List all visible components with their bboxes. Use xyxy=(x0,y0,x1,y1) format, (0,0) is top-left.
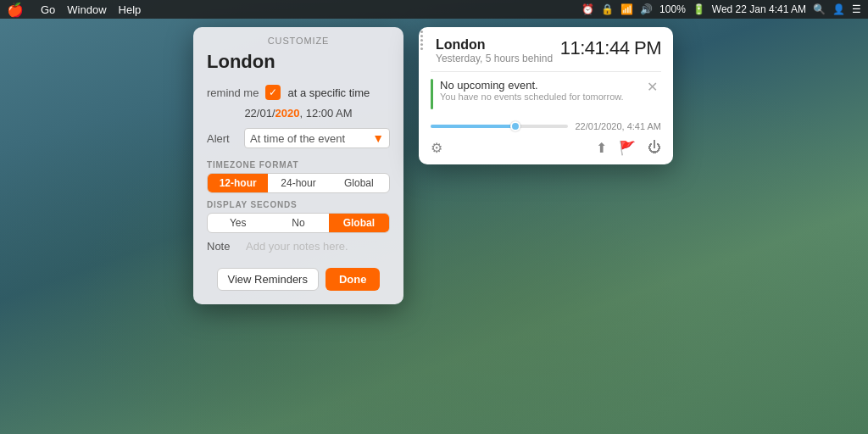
search-icon[interactable]: 🔍 xyxy=(813,3,826,15)
event-text: No upcoming event. You have no events sc… xyxy=(440,79,624,102)
battery-pct: 100% xyxy=(659,3,686,15)
timezone-section-label: TIMEZONE FORMAT xyxy=(193,153,403,173)
user-icon[interactable]: 👤 xyxy=(832,3,845,15)
clock-subtitle: Yesterday, 5 hours behind xyxy=(436,53,553,64)
settings-icon[interactable]: ⚙ xyxy=(431,140,442,156)
menubar-left: 🍎 Go Window Help xyxy=(7,2,141,18)
battery-icon: 🔋 xyxy=(693,3,705,15)
menubar: 🍎 Go Window Help ⏰ 🔒 📶 🔊 100% 🔋 Wed 22 J… xyxy=(0,0,868,19)
menu-window[interactable]: Window xyxy=(67,3,106,16)
clock-footer: ⚙ ⬆ 🚩 ⏻ xyxy=(419,135,673,164)
date-text: 22/01/ xyxy=(244,107,275,120)
timezone-24hour-btn[interactable]: 24-hour xyxy=(268,174,328,192)
customize-panel: CUSTOMIZE London remind me ✓ at a specif… xyxy=(193,27,403,304)
clock-top-row: London Yesterday, 5 hours behind 11:41:4… xyxy=(419,27,673,71)
display-seconds-toggle-group: Yes No Global xyxy=(207,213,390,233)
event-bar xyxy=(431,79,433,109)
drag-dot xyxy=(420,31,423,33)
progress-dot xyxy=(510,121,520,131)
view-reminders-button[interactable]: View Reminders xyxy=(217,268,319,291)
menu-help[interactable]: Help xyxy=(119,3,142,16)
clock-icon[interactable]: ⏰ xyxy=(581,3,594,15)
alert-row: Alert At time of the event ▼ xyxy=(193,123,403,153)
note-row: Note Add your notes here. xyxy=(193,233,403,259)
note-input[interactable]: Add your notes here. xyxy=(246,240,348,253)
alert-arrow-icon: ▼ xyxy=(372,131,384,145)
timezone-toggle-group: 12-hour 24-hour Global xyxy=(207,173,390,193)
alert-value: At time of the event xyxy=(250,132,345,145)
volume-icon[interactable]: 🔊 xyxy=(640,3,653,15)
done-button[interactable]: Done xyxy=(326,268,381,291)
event-section: No upcoming event. You have no events sc… xyxy=(419,72,673,116)
clock-city-info: London Yesterday, 5 hours behind xyxy=(436,37,553,64)
menu-go[interactable]: Go xyxy=(41,3,55,16)
drag-dot xyxy=(420,39,423,42)
timezone-global-btn[interactable]: Global xyxy=(329,174,389,192)
progress-section: 22/01/2020, 4:41 AM xyxy=(419,116,673,135)
datetime-display: Wed 22 Jan 4:41 AM xyxy=(712,3,806,15)
menubar-right: ⏰ 🔒 📶 🔊 100% 🔋 Wed 22 Jan 4:41 AM 🔍 👤 ☰ xyxy=(581,3,861,15)
alert-select[interactable]: At time of the event ▼ xyxy=(244,128,390,148)
remind-label: remind me xyxy=(207,86,259,99)
footer-icons-right: ⬆ 🚩 ⏻ xyxy=(596,140,661,156)
clock-header: London Yesterday, 5 hours behind 11:41:4… xyxy=(424,27,673,71)
lock-icon[interactable]: 🔒 xyxy=(601,3,614,15)
date-time-value: 12:00 AM xyxy=(306,107,353,120)
date-time: , xyxy=(299,107,305,120)
menu-icon[interactable]: ☰ xyxy=(852,3,861,15)
display-global-btn[interactable]: Global xyxy=(329,214,389,232)
customize-title: CUSTOMIZE xyxy=(193,27,403,51)
customize-city: London xyxy=(193,51,403,81)
event-desc: You have no events scheduled for tomorro… xyxy=(440,92,624,102)
date-row: 22/01/2020, 12:00 AM xyxy=(193,103,403,123)
drag-dot xyxy=(420,47,423,50)
panel-actions: View Reminders Done xyxy=(193,259,403,291)
drag-dot xyxy=(420,35,423,37)
display-seconds-label: DISPLAY SECONDS xyxy=(193,193,403,213)
share-icon[interactable]: ⬆ xyxy=(596,140,607,156)
timezone-12hour-btn[interactable]: 12-hour xyxy=(208,174,268,192)
event-close-button[interactable]: ✕ xyxy=(643,79,661,95)
clock-city-name: London xyxy=(436,37,553,53)
progress-date: 22/01/2020, 4:41 AM xyxy=(575,121,661,131)
drag-dot xyxy=(420,43,423,46)
apple-menu[interactable]: 🍎 xyxy=(7,2,24,18)
note-label: Note xyxy=(207,240,239,253)
date-highlight: 2020 xyxy=(275,107,300,120)
remind-value: at a specific time xyxy=(287,86,370,99)
pin-icon[interactable]: 🚩 xyxy=(619,140,636,156)
clock-time: 11:41:44 PM xyxy=(560,37,661,59)
remind-row: remind me ✓ at a specific time xyxy=(193,81,403,103)
progress-track xyxy=(431,125,568,128)
display-no-btn[interactable]: No xyxy=(268,214,328,232)
remind-checkbox[interactable]: ✓ xyxy=(265,85,281,100)
clock-widget: London Yesterday, 5 hours behind 11:41:4… xyxy=(419,27,673,164)
progress-fill xyxy=(431,125,520,128)
wifi-icon[interactable]: 📶 xyxy=(620,3,633,15)
power-icon[interactable]: ⏻ xyxy=(648,140,661,156)
alert-label: Alert xyxy=(207,132,237,145)
display-yes-btn[interactable]: Yes xyxy=(208,214,268,232)
event-title: No upcoming event. xyxy=(440,79,624,92)
